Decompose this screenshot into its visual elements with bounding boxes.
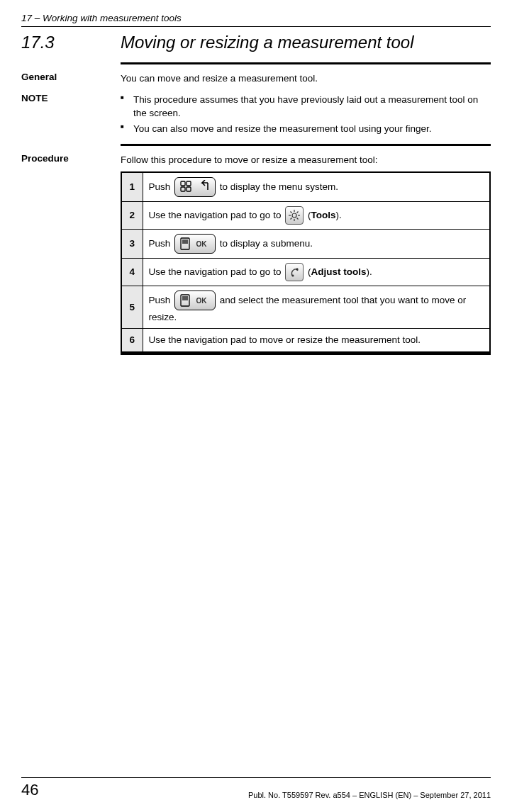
step-number: 3 [121,229,143,258]
section-title-text: Moving or resizing a measurement tool [121,33,414,52]
step-text: to display a submenu. [217,237,313,248]
general-block: General You can move and resize a measur… [21,72,491,86]
table-row: 5 Push OK and select the measurement too… [121,286,490,329]
divider-rule [121,144,491,146]
note-block: NOTE This procedure assumes that you hav… [21,93,491,137]
svg-rect-1 [187,181,191,186]
table-row: 1 Push to display the menu system. [121,172,490,202]
svg-text:OK: OK [196,297,208,305]
svg-line-11 [291,218,292,219]
svg-rect-18 [182,296,188,300]
svg-rect-2 [181,187,185,191]
step-text: Push [149,294,174,305]
step-text: Use the navigation pad to go to [149,209,284,220]
svg-line-9 [291,211,292,213]
step-cell: Use the navigation pad to go to (Adjust … [143,258,490,286]
svg-text:OK: OK [196,240,208,248]
svg-rect-14 [182,239,188,244]
svg-point-4 [292,213,296,218]
table-row: 4 Use the navigation pad to go to (Adjus… [121,258,490,286]
step-text: Use the navigation pad to go to [149,266,284,276]
section-heading: 17.3 Moving or resizing a measurement to… [21,33,491,52]
svg-rect-0 [181,181,185,186]
procedure-intro: Follow this procedure to move or resize … [121,153,491,167]
note-label: NOTE [21,93,121,137]
tools-icon [285,206,304,225]
step-text: Push [149,237,174,248]
divider-rule [121,62,491,64]
ok-button-icon: OK [174,291,216,310]
page-number: 46 [21,781,38,799]
svg-point-16 [292,274,294,276]
step-cell: Push to display the menu system. [143,172,490,202]
procedure-label: Procedure [21,153,121,362]
svg-rect-3 [187,187,191,191]
step-paren-label: Tools [311,209,335,220]
table-row: 3 Push OK to display a submenu. [121,229,490,258]
step-paren-label: Adjust tools [311,266,366,276]
page-header: 17 – Working with measurement tools [21,13,491,27]
section-number: 17.3 [21,33,121,52]
chapter-reference: 17 – Working with measurement tools [21,13,182,23]
step-text: . [339,209,342,220]
step-cell: Push OK and select the measurement tool … [143,286,490,329]
step-text: Use the navigation pad to move or resize… [149,334,421,345]
table-row: 2 Use the navigation pad to go to (Tools… [121,201,490,229]
step-text: . [369,266,372,276]
publication-info: Publ. No. T559597 Rev. a554 – ENGLISH (E… [248,791,491,799]
general-text: You can move and resize a measurement to… [121,72,491,86]
ok-button-icon: OK [174,234,216,254]
procedure-table: 1 Push to display the menu system. 2 Use… [121,171,491,353]
step-cell: Push OK to display a submenu. [143,229,490,258]
step-cell: Use the navigation pad to move or resize… [143,329,490,352]
general-label: General [21,72,121,86]
step-number: 4 [121,258,143,286]
step-text: Push [149,181,174,191]
step-cell: Use the navigation pad to go to (Tools). [143,201,490,229]
note-item: This procedure assumes that you have pre… [121,93,491,120]
note-item: You can also move and resize the measure… [121,122,491,136]
menu-button-icon [174,177,216,197]
step-text: to display the menu system. [217,181,338,191]
step-number: 2 [121,201,143,229]
adjust-tools-icon [285,263,304,281]
svg-line-12 [297,211,299,213]
step-number: 5 [121,286,143,329]
page-footer: 46 Publ. No. T559597 Rev. a554 – ENGLISH… [21,777,491,799]
svg-line-10 [297,218,299,219]
table-row: 6 Use the navigation pad to move or resi… [121,329,490,352]
divider-rule [121,353,491,355]
procedure-block: Procedure Follow this procedure to move … [21,153,491,362]
step-number: 6 [121,329,143,352]
step-number: 1 [121,172,143,202]
note-list: This procedure assumes that you have pre… [121,93,491,136]
